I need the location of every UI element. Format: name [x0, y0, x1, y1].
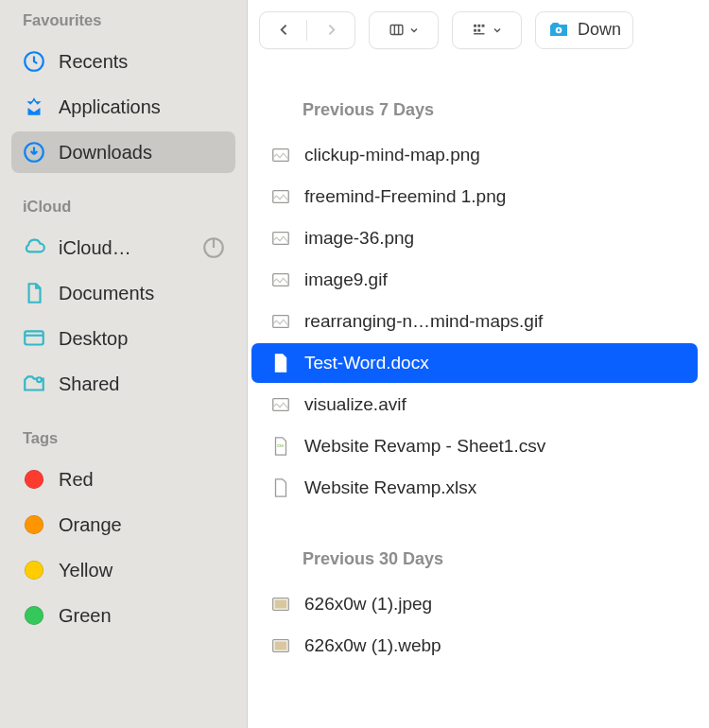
svg-rect-7	[477, 25, 480, 27]
sidebar-item-tag-orange[interactable]: Orange	[11, 504, 235, 546]
image-file-icon	[268, 143, 293, 167]
svg-rect-6	[474, 25, 476, 27]
file-row[interactable]: visualize.avif	[251, 385, 698, 425]
file-name: rearranging-n…mind-maps.gif	[304, 311, 543, 332]
csv-file-icon: csv	[268, 434, 293, 459]
chevron-down-icon	[408, 25, 420, 36]
sidebar-item-label: Recents	[59, 51, 226, 73]
svg-rect-23	[275, 641, 287, 650]
clock-icon	[21, 48, 47, 75]
file-row[interactable]: image-36.png	[251, 218, 698, 258]
image-file-icon	[268, 592, 293, 616]
apps-icon	[21, 94, 47, 120]
file-name: Website Revamp - Sheet1.csv	[304, 436, 545, 457]
path-label: Down	[578, 20, 621, 40]
svg-rect-8	[481, 25, 484, 27]
svg-rect-3	[25, 331, 43, 344]
folder-icon	[547, 19, 570, 42]
tag-dot-icon	[21, 557, 47, 583]
sidebar-section-icloud: iCloud	[0, 177, 247, 223]
file-row[interactable]: freemind-Freemind 1.png	[251, 177, 698, 217]
file-list: Previous 7 Days clickup-mind-map.png fre…	[248, 61, 709, 728]
sidebar-item-tag-yellow[interactable]: Yellow	[11, 549, 235, 591]
image-file-icon	[268, 392, 293, 417]
doc-file-icon	[268, 351, 293, 375]
file-row[interactable]: csv Website Revamp - Sheet1.csv	[251, 426, 698, 466]
document-icon	[21, 280, 47, 306]
file-name: Website Revamp.xlsx	[304, 477, 476, 498]
sidebar-item-shared[interactable]: Shared	[11, 363, 235, 405]
file-row[interactable]: image9.gif	[251, 260, 698, 300]
file-row[interactable]: Website Revamp.xlsx	[251, 468, 698, 508]
sidebar-item-label: Desktop	[59, 328, 226, 350]
file-row[interactable]: rearranging-n…mind-maps.gif	[251, 302, 698, 341]
main-area: Down Previous 7 Days clickup-mind-map.pn…	[248, 0, 709, 728]
image-file-icon	[268, 268, 293, 292]
download-icon	[21, 139, 47, 165]
sidebar-section-tags: Tags	[0, 408, 247, 455]
group-header: Previous 7 Days	[248, 61, 709, 133]
sidebar-item-recents[interactable]: Recents	[11, 41, 235, 82]
file-name: clickup-mind-map.png	[304, 145, 480, 165]
sidebar-item-label: Downloads	[59, 142, 226, 164]
toolbar: Down	[248, 0, 709, 61]
svg-rect-10	[477, 29, 480, 32]
view-mode-button[interactable]	[369, 11, 439, 49]
file-name: visualize.avif	[304, 394, 406, 415]
desktop-icon	[21, 325, 47, 352]
svg-text:csv: csv	[277, 443, 285, 448]
sidebar-item-label: Orange	[59, 514, 226, 536]
group-mode-button[interactable]	[452, 11, 522, 49]
file-name: image-36.png	[304, 228, 414, 249]
sidebar-item-label: Red	[59, 469, 226, 491]
sidebar-item-label: iCloud…	[59, 237, 190, 259]
tag-dot-icon	[21, 602, 47, 629]
file-row[interactable]: 626x0w (1).jpeg	[251, 584, 698, 624]
tag-dot-icon	[21, 511, 47, 538]
svg-rect-21	[275, 599, 287, 608]
svg-point-4	[37, 377, 42, 382]
file-name: 626x0w (1).webp	[304, 635, 441, 656]
tag-dot-icon	[21, 466, 47, 493]
svg-rect-11	[474, 33, 484, 34]
image-file-icon	[268, 226, 293, 251]
sidebar-item-tag-green[interactable]: Green	[11, 595, 235, 636]
path-control[interactable]: Down	[535, 11, 633, 49]
file-name: freemind-Freemind 1.png	[304, 186, 506, 207]
sidebar-item-tag-red[interactable]: Red	[11, 459, 235, 500]
image-file-icon	[268, 184, 293, 209]
back-button[interactable]	[260, 12, 307, 48]
file-name: image9.gif	[304, 269, 388, 290]
sidebar-item-icloud-drive[interactable]: iCloud…	[11, 227, 235, 269]
sidebar-item-label: Documents	[59, 283, 226, 304]
cloud-icon	[21, 234, 47, 261]
sidebar-item-label: Yellow	[59, 560, 226, 581]
sidebar-item-label: Shared	[59, 373, 226, 395]
file-row[interactable]: clickup-mind-map.png	[251, 135, 698, 175]
sidebar: Favourites Recents Applications Download…	[0, 0, 248, 728]
sidebar-item-label: Green	[59, 605, 226, 627]
file-name: Test-Word.docx	[304, 353, 429, 373]
svg-rect-9	[474, 29, 476, 32]
sidebar-item-applications[interactable]: Applications	[11, 86, 235, 128]
image-file-icon	[268, 633, 293, 658]
nav-segment	[259, 11, 355, 49]
sidebar-item-downloads[interactable]: Downloads	[11, 131, 235, 173]
progress-icon	[201, 235, 226, 260]
forward-button[interactable]	[307, 12, 354, 48]
chevron-down-icon	[492, 25, 503, 36]
file-name: 626x0w (1).jpeg	[304, 594, 432, 615]
sidebar-item-label: Applications	[59, 96, 226, 118]
svg-rect-5	[390, 26, 403, 35]
sidebar-item-documents[interactable]: Documents	[11, 272, 235, 314]
image-file-icon	[268, 309, 293, 334]
group-header: Previous 30 Days	[248, 510, 709, 582]
shared-icon	[21, 371, 47, 397]
xlsx-file-icon	[268, 476, 293, 500]
sidebar-section-favourites: Favourites	[0, 6, 247, 37]
file-row[interactable]: Test-Word.docx	[251, 343, 698, 383]
sidebar-item-desktop[interactable]: Desktop	[11, 318, 235, 359]
file-row[interactable]: 626x0w (1).webp	[251, 626, 698, 666]
